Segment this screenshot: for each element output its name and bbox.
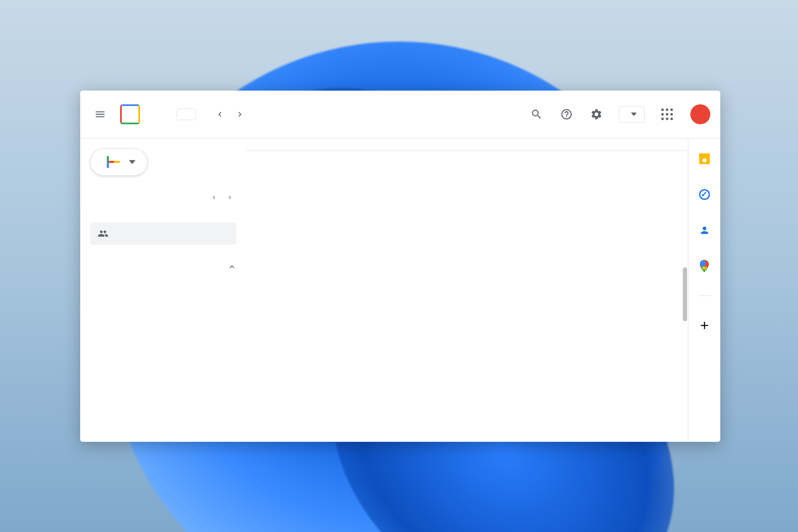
mini-calendar — [90, 191, 246, 210]
settings-button[interactable] — [586, 103, 607, 125]
chevron-left-icon — [211, 194, 217, 201]
maps-button[interactable] — [698, 260, 711, 272]
next-period-button[interactable] — [231, 105, 249, 123]
search-people-input[interactable] — [90, 222, 236, 245]
people-icon — [98, 228, 108, 239]
create-button[interactable] — [90, 148, 148, 176]
maps-icon — [700, 260, 709, 272]
chevron-right-icon — [227, 194, 233, 201]
time-cells[interactable] — [284, 151, 688, 442]
tasks-button[interactable] — [698, 188, 711, 201]
google-apps-button[interactable] — [656, 103, 678, 125]
allday-row — [246, 138, 688, 151]
plus-icon — [102, 156, 114, 168]
time-labels — [246, 151, 284, 442]
search-icon — [530, 108, 543, 121]
main-area — [246, 138, 720, 442]
caret-down-icon — [129, 159, 135, 165]
app-logo[interactable] — [118, 103, 148, 126]
calendar-logo-icon — [118, 103, 142, 126]
contacts-button[interactable] — [698, 224, 711, 236]
keep-button[interactable] — [698, 153, 711, 165]
support-button[interactable] — [556, 103, 577, 125]
sidebar — [80, 138, 246, 442]
time-grid — [246, 151, 688, 442]
app-header — [80, 91, 720, 138]
tasks-icon — [699, 189, 710, 200]
hamburger-icon — [94, 108, 106, 120]
keep-icon — [699, 153, 710, 164]
caret-down-icon — [631, 111, 637, 117]
mini-prev-month[interactable] — [207, 191, 221, 204]
search-button[interactable] — [526, 103, 547, 125]
main-menu-button[interactable] — [90, 104, 110, 124]
week-grid — [246, 138, 688, 442]
prev-period-button[interactable] — [211, 105, 229, 123]
plus-icon — [698, 319, 711, 332]
my-calendars-toggle[interactable] — [90, 262, 236, 271]
scrollbar-thumb[interactable] — [683, 267, 687, 321]
chevron-left-icon — [215, 109, 225, 119]
apps-grid-icon — [661, 108, 673, 120]
app-body — [80, 138, 720, 442]
today-button[interactable] — [177, 108, 196, 120]
add-addon-button[interactable] — [698, 319, 711, 332]
calendar-window — [80, 91, 720, 442]
side-panel — [688, 138, 720, 442]
chevron-up-icon — [227, 262, 236, 271]
contacts-icon — [699, 225, 710, 236]
timezone-label — [246, 138, 284, 150]
chevron-right-icon — [235, 109, 245, 119]
account-avatar[interactable] — [690, 104, 710, 124]
side-panel-divider — [698, 296, 711, 296]
period-nav — [211, 105, 249, 123]
mini-next-month[interactable] — [223, 191, 236, 204]
view-selector[interactable] — [619, 106, 645, 123]
gear-icon — [590, 108, 603, 121]
help-icon — [560, 108, 573, 121]
